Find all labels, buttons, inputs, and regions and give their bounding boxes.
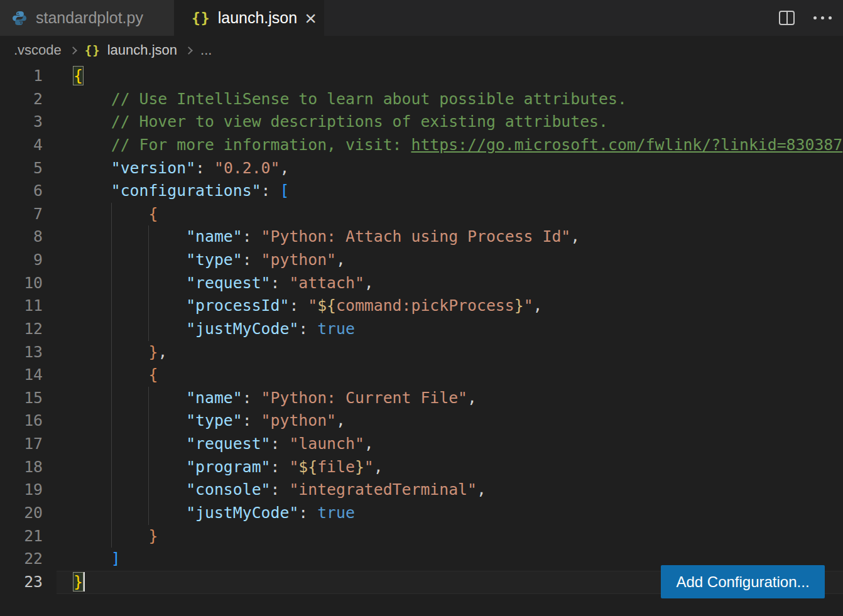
line-number: 14 [0, 364, 43, 387]
code-token: : [242, 411, 261, 430]
more-actions-icon[interactable] [813, 16, 832, 19]
code-token: , [467, 389, 477, 407]
code-token: "configurations" [111, 181, 261, 200]
code-line-20: 20 "justMyCode": true [0, 502, 843, 525]
json-icon: {} [85, 43, 101, 57]
code-line-11: 11 "processId": "${command:pickProcess}"… [0, 294, 843, 318]
code-token [73, 159, 111, 177]
code-token: , [364, 435, 374, 453]
code-line-9: 9 "type": "python", [0, 249, 843, 272]
text-cursor [84, 572, 85, 592]
comment-link[interactable]: https://go.microsoft.com/fwlink/?linkid=… [411, 136, 842, 154]
code-token: "type" [186, 251, 242, 269]
code-token: : [242, 227, 261, 246]
code-token [73, 527, 148, 545]
tab-label: standardplot.py [36, 9, 143, 27]
split-editor-icon[interactable] [779, 11, 795, 25]
code-text: // For more information, visit: https://… [73, 134, 842, 157]
line-number: 23 [0, 571, 43, 594]
code-token: , [364, 274, 374, 292]
line-number: 4 [0, 134, 43, 157]
code-token: "processId" [186, 296, 289, 315]
code-token: } [148, 527, 158, 545]
chevron-right-icon [185, 46, 193, 55]
code-text: "version": "0.2.0", [73, 157, 289, 180]
code-line-13: 13 }, [0, 341, 843, 364]
code-token: } [514, 296, 524, 315]
code-line-10: 10 "request": "attach", [0, 272, 843, 295]
code-token: : [298, 320, 317, 338]
code-text: ] [73, 548, 121, 571]
code-token: : [242, 389, 261, 407]
code-text: "request": "attach", [73, 272, 374, 295]
code-text: "type": "python", [73, 409, 345, 433]
breadcrumb-symbol[interactable]: ... [200, 42, 212, 58]
line-number: 19 [0, 478, 43, 502]
tab-standardplot-py[interactable]: standardplot.py [0, 0, 174, 36]
breadcrumb: .vscode {} launch.json ... [0, 36, 843, 65]
code-token: , [533, 296, 543, 315]
code-token [73, 181, 111, 200]
line-number: 1 [0, 65, 43, 88]
code-line-12: 12 "justMyCode": true [0, 318, 843, 341]
code-token: "request" [186, 435, 270, 453]
code-token: , [374, 458, 383, 476]
code-token: "integratedTerminal" [289, 480, 477, 499]
code-line-14: 14 { [0, 364, 843, 387]
tab-launch-json[interactable]: {} launch.json × [174, 0, 324, 36]
code-text: { [73, 65, 83, 88]
code-text: { [73, 364, 158, 387]
code-token: "name" [186, 227, 242, 246]
code-token [73, 480, 186, 499]
code-token: : [271, 274, 290, 292]
code-line-19: 19 "console": "integratedTerminal", [0, 478, 843, 502]
code-text: "justMyCode": true [73, 318, 355, 341]
code-line-21: 21 } [0, 525, 843, 548]
code-token: "name" [186, 389, 242, 407]
line-number: 18 [0, 456, 43, 479]
code-token: } [73, 573, 83, 591]
code-token: , [336, 251, 345, 269]
code-text: "configurations": [ [73, 180, 289, 203]
code-line-2: 2 // Use IntelliSense to learn about pos… [0, 88, 843, 111]
code-token: [ [280, 181, 289, 200]
code-text: { [73, 203, 158, 226]
code-token: "console" [186, 480, 270, 499]
code-line-8: 8 "name": "Python: Attach using Process … [0, 225, 843, 249]
breadcrumb-folder[interactable]: .vscode [14, 42, 62, 58]
code-token: "0.2.0" [214, 159, 280, 177]
code-token [73, 504, 186, 522]
code-token: file [317, 458, 355, 476]
code-token: } [355, 458, 364, 476]
code-text: "processId": "${command:pickProcess}", [73, 294, 543, 318]
code-token [73, 343, 148, 361]
code-token [73, 365, 148, 384]
code-token [73, 205, 148, 223]
line-number: 8 [0, 225, 43, 249]
close-icon[interactable]: × [305, 8, 317, 28]
code-token: : [298, 504, 317, 522]
code-token: " [364, 458, 374, 476]
code-text: "name": "Python: Attach using Process Id… [73, 225, 580, 249]
code-text: "request": "launch", [73, 433, 374, 456]
line-number: 20 [0, 502, 43, 525]
code-token: : [289, 296, 308, 315]
code-token: // Use IntelliSense to learn about possi… [111, 90, 627, 108]
code-token: true [317, 320, 355, 338]
code-token [73, 458, 186, 476]
python-icon [11, 10, 28, 26]
code-line-15: 15 "name": "Python: Current File", [0, 387, 843, 410]
breadcrumb-file[interactable]: launch.json [107, 42, 177, 58]
code-token [73, 296, 186, 315]
code-token: "type" [186, 411, 242, 430]
line-number: 10 [0, 272, 43, 295]
code-token: : [271, 458, 290, 476]
code-token: { [73, 67, 83, 85]
code-token: "justMyCode" [186, 320, 298, 338]
code-editor[interactable]: 1{2 // Use IntelliSense to learn about p… [0, 65, 843, 616]
line-number: 9 [0, 249, 43, 272]
code-text: "justMyCode": true [73, 502, 355, 525]
add-configuration-button[interactable]: Add Configuration... [661, 565, 825, 598]
chevron-right-icon [69, 46, 77, 55]
code-token [73, 227, 186, 246]
